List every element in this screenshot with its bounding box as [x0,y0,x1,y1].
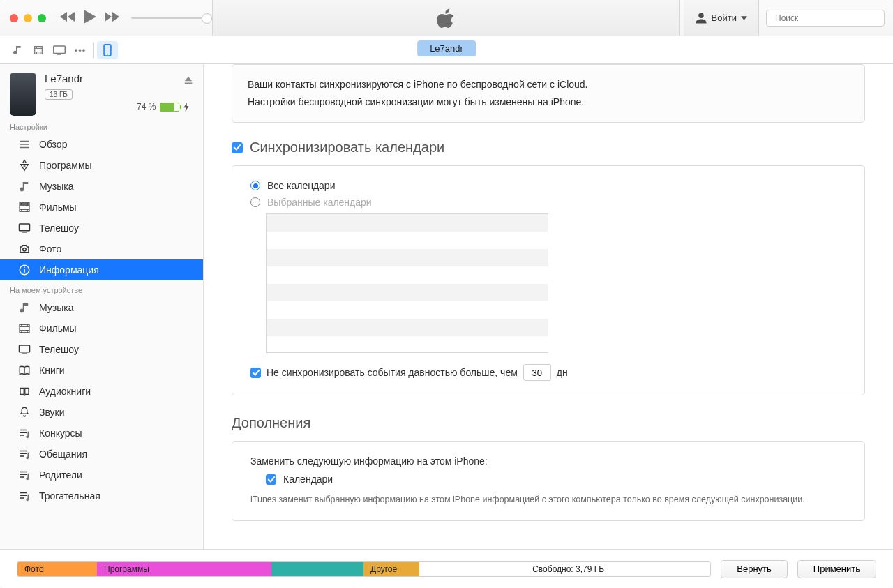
sidebar-settings-item-5[interactable]: Фото [0,239,203,259]
tv-icon [18,343,31,356]
sidebar-device-item-6[interactable]: Конкурсы [0,423,203,444]
apple-logo-icon [437,8,455,29]
next-track-icon[interactable] [105,12,120,24]
sidebar-item-label: Обзор [39,139,67,150]
sidebar-item-label: Трогательная [39,490,100,502]
sidebar-settings-item-2[interactable]: Музыка [0,176,203,197]
usage-seg-teal [271,562,363,576]
sidebar-device-item-9[interactable]: Трогательная [0,485,203,506]
playlist-icon [18,427,31,439]
sidebar-item-label: Книги [39,365,65,376]
maximize-icon[interactable] [38,14,46,22]
window-controls[interactable] [0,14,56,22]
radio-selected-calendars[interactable]: Выбранные календари [250,197,846,208]
sidebar-device-item-4[interactable]: Аудиокниги [0,381,203,402]
sidebar-settings-item-1[interactable]: Программы [0,155,203,176]
audiobook-icon [18,385,31,398]
minimize-icon[interactable] [24,14,32,22]
sidebar-item-label: Конкурсы [39,428,82,439]
replace-calendars-checkbox[interactable] [266,474,276,485]
film-icon [18,322,31,335]
sidebar-device-item-7[interactable]: Обещания [0,444,203,465]
film-icon [18,201,31,213]
info-line-2: Настройки беспроводной синхронизации мог… [248,93,849,111]
library-movies-button[interactable] [28,41,49,59]
sidebar-device-item-3[interactable]: Книги [0,360,203,381]
device-capacity-badge: 16 ГБ [45,89,73,100]
play-icon[interactable] [84,10,96,26]
sidebar-device-item-8[interactable]: Родители [0,465,203,485]
svg-rect-1 [57,54,61,55]
bell-icon [18,406,31,419]
close-icon[interactable] [10,14,18,22]
signin-label: Войти [712,13,737,23]
addenda-note: iTunes заменит выбранную информацию на э… [250,493,846,506]
usage-seg-free: Свободно: 3,79 ГБ [419,562,710,576]
playlist-icon [18,448,31,460]
addenda-title: Дополнения [232,415,865,431]
playlist-icon [18,469,31,481]
svg-rect-13 [20,345,30,352]
sync-calendars-checkbox[interactable] [232,142,243,153]
calendar-list [266,213,548,353]
sidebar-heading-on-device: На моем устройстве [0,280,203,297]
limit-unit: дн [557,367,568,378]
library-music-button[interactable] [7,41,28,59]
radio-selected-label: Выбранные календари [267,197,372,208]
sidebar-device-item-2[interactable]: Телешоу [0,339,203,360]
volume-slider[interactable] [131,17,208,19]
sidebar-item-label: Программы [39,160,92,171]
signin-button[interactable]: Войти [684,0,759,36]
svg-point-8 [23,248,27,252]
sidebar-settings-item-6[interactable]: Информация [0,259,203,280]
storage-usage-bar[interactable]: Фото Программы Другое Свободно: 3,79 ГБ [17,561,711,577]
radio-all-label: Все календари [267,180,335,191]
sidebar-item-label: Аудиокниги [39,386,91,397]
svg-point-15 [24,394,26,396]
sidebar-settings-item-4[interactable]: Телешоу [0,218,203,239]
list-icon [18,138,31,151]
battery-icon [160,103,179,112]
limit-events-checkbox[interactable] [250,368,261,378]
icloud-info-box: Ваши контакты синхронизируются с iPhone … [232,64,865,123]
apply-button[interactable]: Применить [797,560,876,578]
radio-off-icon [250,197,260,207]
addenda-replace-label: Заменить следующую информацию на этом iP… [250,455,846,467]
library-more-button[interactable]: ••• [70,41,91,59]
sidebar-item-label: Информация [39,264,99,276]
search-field[interactable] [775,13,880,23]
info-icon [18,264,31,276]
sidebar-device-item-5[interactable]: Звуки [0,402,203,423]
prev-track-icon[interactable] [60,12,75,24]
svg-rect-6 [20,224,30,231]
usage-seg-photo: Фото [17,562,97,576]
music-icon [18,301,31,314]
user-icon [695,12,707,24]
limit-days-input[interactable] [523,364,551,381]
library-tv-button[interactable] [49,41,70,59]
charging-icon [183,103,189,112]
svg-rect-0 [54,46,66,54]
revert-button[interactable]: Вернуть [721,560,788,578]
sidebar-device-item-0[interactable]: Музыка [0,297,203,318]
search-input[interactable] [766,10,885,27]
svg-rect-14 [22,353,27,354]
svg-point-4 [24,165,26,167]
radio-on-icon [250,181,260,190]
device-thumbnail [10,73,36,116]
eject-button[interactable] [183,75,193,87]
svg-point-3 [107,53,108,54]
radio-all-calendars[interactable]: Все календари [250,180,846,191]
camera-icon [18,243,31,255]
sidebar-settings-item-3[interactable]: Фильмы [0,197,203,218]
replace-calendars-label: Календари [283,474,333,485]
sidebar-settings-item-0[interactable]: Обзор [0,134,203,155]
divider [93,43,94,58]
device-breadcrumb[interactable]: Le7andr [417,40,476,56]
sidebar-item-label: Фильмы [39,202,77,213]
sidebar-item-label: Звуки [39,407,65,418]
apps-icon [18,159,31,172]
device-tab-button[interactable] [97,41,118,59]
tv-icon [18,222,31,234]
sidebar-device-item-1[interactable]: Фильмы [0,318,203,339]
